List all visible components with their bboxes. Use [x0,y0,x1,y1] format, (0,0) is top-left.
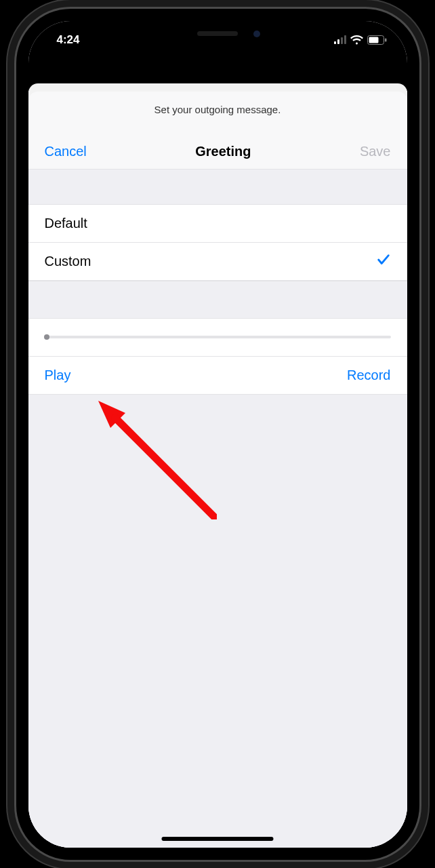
playback-scrubber[interactable] [28,319,407,357]
svg-rect-1 [369,37,378,43]
cellular-icon [334,35,346,44]
record-button[interactable]: Record [347,368,390,383]
status-icons [334,30,387,45]
phone-bezel: 4:24 Set your o [16,9,419,860]
notch [126,21,309,47]
home-indicator[interactable] [162,837,274,841]
scrubber-thumb[interactable] [44,334,49,340]
svg-rect-2 [385,38,387,41]
screen: 4:24 Set your o [28,21,407,848]
option-custom[interactable]: Custom [28,243,407,281]
wifi-icon [350,35,363,45]
status-time: 4:24 [53,28,80,47]
section-gap [28,281,407,319]
empty-area [28,395,407,848]
cancel-button[interactable]: Cancel [45,144,87,159]
save-button: Save [360,144,391,159]
play-button[interactable]: Play [45,368,71,383]
scrubber-track [45,336,391,338]
section-gap [28,170,407,205]
front-camera [253,31,260,37]
sheet-title: Greeting [195,144,251,159]
greeting-options: Default Custom [28,205,407,281]
option-label: Default [45,216,87,231]
sheet-subtitle: Set your outgoing message. [45,104,391,115]
playback-actions: Play Record [28,357,407,395]
option-default[interactable]: Default [28,205,407,243]
option-label: Custom [45,254,91,269]
greeting-sheet: Set your outgoing message. Cancel Greeti… [28,92,407,848]
device-frame: 4:24 Set your o [0,0,435,868]
earpiece-speaker [197,31,238,36]
sheet-header: Set your outgoing message. Cancel Greeti… [28,92,407,170]
checkmark-icon [376,252,391,271]
battery-icon [367,35,387,45]
